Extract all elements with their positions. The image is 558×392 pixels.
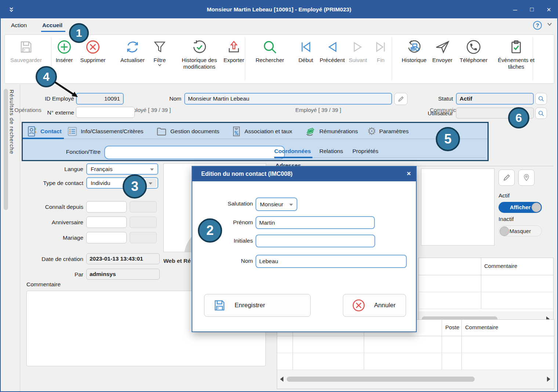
salutation-label: Salutation — [209, 200, 253, 207]
title-bar: Monsieur Martin Lebeau [10091] - Employé… — [1, 1, 557, 18]
hscrollbar-thumb[interactable] — [287, 377, 475, 382]
previous-record-icon — [325, 38, 340, 56]
ribbon-precedent-button[interactable]: Précédent — [316, 38, 348, 78]
par-label: Par — [25, 271, 83, 278]
row-divider — [419, 292, 553, 292]
percent-document-icon — [231, 126, 242, 137]
sidebar-handle[interactable] — [4, 89, 8, 210]
maximize-button[interactable]: □ — [523, 1, 540, 18]
column-header-commentaire: Commentaire — [484, 263, 517, 269]
scroll-left-arrow[interactable] — [280, 377, 283, 382]
tab-gestion-documents[interactable]: Gestion documents — [156, 125, 220, 138]
ribbon-debut-button[interactable]: Début — [295, 38, 317, 78]
ribbon-exporter-button[interactable]: Exporter — [220, 38, 248, 78]
annuler-button[interactable]: Annuler — [343, 294, 406, 317]
list-icon — [67, 126, 78, 137]
tab-info-classement-criteres[interactable]: Info/Classement/Critères — [67, 125, 144, 138]
utilisateur-label: Utilisateur — [416, 110, 453, 117]
enregistrer-button[interactable]: Enregistrer — [204, 294, 311, 317]
edit-address-button[interactable] — [499, 170, 515, 186]
ribbon-actualiser-button[interactable]: Actualiser — [115, 38, 150, 78]
address-listbox[interactable] — [421, 168, 494, 246]
caret-down-icon — [149, 182, 152, 185]
prenom-field[interactable] — [256, 216, 375, 229]
tab-contact[interactable]: Contact — [26, 125, 62, 138]
phone-icon — [465, 38, 482, 56]
x-circle-icon — [85, 38, 101, 56]
map-pin-button[interactable] — [518, 170, 535, 186]
anniversaire-lookup-button[interactable] — [130, 217, 157, 228]
minimize-button[interactable]: – — [507, 1, 523, 18]
annotation-arrow-4 — [52, 79, 81, 100]
type-de-contact-label: Type de contact — [25, 180, 83, 186]
plus-circle-icon — [56, 38, 72, 56]
mariage-lookup-button[interactable] — [130, 232, 157, 243]
tab-association-et-taux[interactable]: Association et taux — [231, 125, 292, 138]
nom-dialog-field[interactable] — [256, 255, 407, 268]
edit-name-button[interactable] — [394, 93, 407, 105]
clipboard-check-icon — [508, 38, 524, 56]
statut-search-button[interactable] — [535, 93, 547, 105]
subtab-row-line — [312, 157, 485, 158]
mariage-label: Mariage — [25, 235, 83, 241]
hscrollbar-track[interactable] — [277, 370, 554, 389]
annotation-badge-3: 3 — [123, 174, 147, 199]
tab-parametres[interactable]: ⚙ Paramètres — [367, 125, 409, 138]
fonction-titre-field[interactable] — [104, 146, 285, 159]
floppy-disk-icon — [18, 38, 34, 56]
statut-field[interactable] — [456, 93, 534, 105]
dialog-close-button[interactable]: × — [407, 170, 411, 178]
scroll-right-arrow[interactable] — [547, 377, 550, 382]
initiales-field[interactable] — [256, 235, 375, 247]
ribbon-filtre-button[interactable]: Filtre — [149, 38, 171, 78]
type-de-contact-dropdown[interactable]: Individu — [86, 177, 158, 189]
connait-depuis-lookup-button[interactable] — [130, 201, 157, 213]
ribbon-evenements-taches-button[interactable]: Évènements et tâches — [496, 38, 537, 78]
utilisateur-search-button[interactable] — [535, 108, 547, 119]
menu-action[interactable]: Action — [9, 21, 29, 29]
ribbon-historique-modifications-button[interactable]: Historique des modifications — [174, 38, 224, 78]
fonction-titre-label: Fonction/Titre — [45, 149, 101, 155]
header-divider — [419, 275, 553, 275]
langue-dropdown[interactable]: Français — [86, 163, 158, 175]
ribbon-fin-button[interactable]: Fin — [373, 38, 389, 78]
subtab-relations[interactable]: Relations — [319, 148, 343, 155]
numero-externe-label: N° externe — [37, 109, 74, 116]
actif-afficher-toggle[interactable]: Afficher — [499, 202, 542, 213]
column-divider — [461, 320, 462, 370]
ribbon-suivant-button[interactable]: Suivant — [346, 38, 370, 78]
subtab-proprietes[interactable]: Propriétés — [352, 148, 378, 155]
column-header-poste: Poste — [445, 324, 459, 330]
statut-label: Statut — [416, 95, 453, 102]
ribbon-envoyer-button[interactable]: Envoyer — [429, 38, 456, 78]
salutation-dropdown[interactable]: Monsieur — [256, 197, 297, 211]
gear-icon: ⚙ — [367, 126, 376, 137]
caret-down-icon — [289, 204, 293, 206]
send-icon — [434, 38, 450, 56]
ribbon-historique-button[interactable]: Historique — [396, 38, 432, 78]
close-button[interactable]: × — [540, 1, 557, 18]
ribbon-toolbar: Sauvegarder Insérer Supprimer Actualiser — [4, 35, 554, 84]
ribbon-rechercher-button[interactable]: Rechercher — [251, 38, 288, 78]
inactif-masquer-toggle[interactable]: Masquer — [499, 225, 542, 236]
menu-accueil[interactable]: Accueil — [40, 21, 65, 29]
web-et-reseaux-label: Web et Ré — [163, 258, 191, 264]
subtab-coordonnees[interactable]: Coordonnées — [274, 148, 311, 155]
anniversaire-field[interactable] — [86, 217, 127, 228]
sidebar-tab-resultats-recherche[interactable]: Résultats de recherche — [9, 90, 15, 154]
help-icon[interactable]: ? — [533, 21, 542, 30]
mariage-field[interactable] — [86, 232, 127, 243]
tab-remunerations[interactable]: Rémunérations — [305, 125, 358, 138]
langue-label: Langue — [25, 166, 83, 173]
connait-depuis-field[interactable] — [86, 201, 127, 213]
ribbon-telephoner-button[interactable]: Téléphoner — [456, 38, 492, 78]
annotation-badge-2: 2 — [198, 218, 222, 243]
ribbon-supprimer-button[interactable]: Supprimer — [76, 38, 109, 78]
nom-field[interactable] — [184, 93, 392, 105]
numero-externe-field[interactable] — [76, 107, 135, 118]
id-employe-field[interactable] — [76, 93, 124, 105]
nom-dialog-label: Nom — [209, 258, 253, 264]
search-icon — [262, 38, 278, 56]
chevron-down-icon[interactable] — [547, 22, 552, 26]
caret-down-icon — [150, 168, 154, 171]
